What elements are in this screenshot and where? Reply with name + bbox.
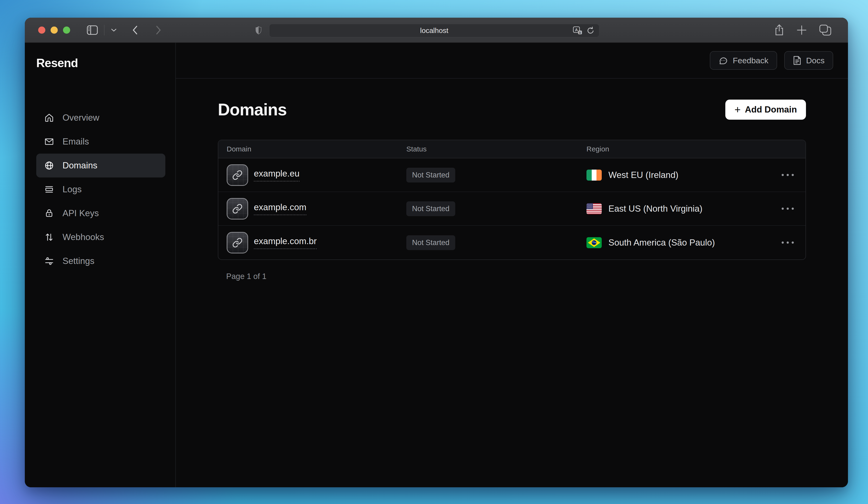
toolbar-divider (104, 25, 104, 36)
sidebar: Resend Overview Emails (25, 43, 176, 487)
sidebar-toggle-icon[interactable] (87, 25, 98, 35)
page-title: Domains (218, 100, 287, 119)
sliders-icon (44, 256, 54, 266)
domains-page: Domains + Add Domain Domain Status Regio… (176, 79, 848, 281)
table-row: example.com Not Started (218, 192, 806, 226)
home-icon (44, 113, 54, 122)
sidebar-item-label: API Keys (62, 208, 99, 218)
sidebar-item-label: Webhooks (62, 232, 104, 242)
privacy-shield-icon[interactable] (255, 26, 261, 34)
back-button[interactable] (132, 25, 138, 36)
browser-toolbar: localhost A 文 (25, 18, 848, 43)
row-actions-button[interactable] (770, 174, 806, 176)
resend-logo: Resend (36, 56, 165, 70)
sidebar-item-label: Settings (62, 256, 94, 266)
sidebar-item-label: Domains (62, 161, 97, 171)
sidebar-item-label: Emails (62, 137, 89, 147)
column-header-domain: Domain (227, 145, 406, 153)
globe-icon (44, 161, 54, 170)
chevron-down-icon[interactable] (111, 28, 117, 32)
domain-link-tile[interactable] (227, 232, 248, 253)
status-badge: Not Started (406, 235, 455, 250)
sidebar-item-webhooks[interactable]: Webhooks (36, 225, 165, 249)
address-bar-url: localhost (420, 27, 448, 34)
domain-link-tile[interactable] (227, 164, 248, 186)
svg-text:A: A (575, 28, 578, 32)
flag-brazil-icon (587, 237, 602, 248)
region-label: East US (North Virginia) (608, 204, 702, 214)
sidebar-item-label: Logs (62, 184, 82, 194)
feedback-button[interactable]: Feedback (710, 51, 777, 70)
status-badge: Not Started (406, 168, 455, 182)
arrows-up-down-icon (44, 232, 54, 242)
main-area: Feedback Docs Domains + (176, 43, 848, 487)
flag-us-icon (587, 203, 602, 214)
row-actions-button[interactable] (770, 208, 806, 210)
add-domain-button[interactable]: + Add Domain (725, 100, 806, 120)
domain-link-tile[interactable] (227, 198, 248, 220)
browser-window: localhost A 文 (25, 18, 848, 487)
sidebar-item-settings[interactable]: Settings (36, 249, 165, 273)
address-bar[interactable]: localhost A 文 (269, 24, 599, 37)
tab-overview-icon[interactable] (819, 24, 831, 36)
sidebar-item-label: Overview (62, 113, 99, 123)
feedback-bubble-icon (719, 56, 728, 65)
table-header-row: Domain Status Region (218, 140, 806, 158)
sidebar-nav: Overview Emails Domains (36, 106, 165, 273)
feedback-button-label: Feedback (733, 56, 768, 65)
region-label: South America (São Paulo) (608, 238, 715, 248)
logs-icon (44, 185, 54, 194)
domain-link[interactable]: example.eu (254, 169, 299, 182)
forward-button[interactable] (155, 25, 162, 36)
zoom-window-button[interactable] (63, 27, 70, 34)
ellipsis-icon (782, 174, 794, 176)
domain-link[interactable]: example.com (254, 202, 306, 215)
new-tab-icon[interactable] (796, 25, 807, 36)
domains-table: Domain Status Region example.eu Not Star… (218, 140, 806, 260)
docs-button[interactable]: Docs (784, 51, 833, 70)
column-header-status: Status (406, 145, 587, 153)
sidebar-item-logs[interactable]: Logs (36, 178, 165, 201)
table-row: example.com.br Not Started (218, 226, 806, 259)
reload-icon[interactable] (586, 26, 595, 35)
svg-text:文: 文 (578, 31, 581, 34)
status-badge: Not Started (406, 201, 455, 216)
lock-icon (44, 209, 54, 218)
main-header: Feedback Docs (176, 43, 848, 79)
envelope-icon (44, 137, 54, 147)
region-label: West EU (Ireland) (608, 170, 678, 180)
ellipsis-icon (782, 242, 794, 244)
sidebar-item-emails[interactable]: Emails (36, 130, 165, 154)
flag-ireland-icon (587, 170, 602, 181)
sidebar-item-api-keys[interactable]: API Keys (36, 201, 165, 225)
close-window-button[interactable] (38, 27, 45, 34)
domain-link[interactable]: example.com.br (254, 236, 317, 249)
add-domain-button-label: Add Domain (745, 104, 797, 115)
share-icon[interactable] (774, 24, 784, 36)
minimize-window-button[interactable] (51, 27, 58, 34)
translate-icon[interactable]: A 文 (573, 26, 582, 35)
docs-button-label: Docs (806, 56, 825, 65)
ellipsis-icon (782, 208, 794, 210)
sidebar-item-overview[interactable]: Overview (36, 106, 165, 130)
pagination-label: Page 1 of 1 (226, 272, 806, 281)
row-actions-button[interactable] (770, 242, 806, 244)
plus-icon: + (734, 104, 741, 115)
table-row: example.eu Not Started West EU (Ireland) (218, 158, 806, 192)
sidebar-item-domains[interactable]: Domains (36, 154, 165, 178)
traffic-lights (38, 27, 70, 34)
resend-app: Resend Overview Emails (25, 43, 848, 487)
document-icon (793, 56, 802, 65)
column-header-region: Region (587, 145, 806, 153)
